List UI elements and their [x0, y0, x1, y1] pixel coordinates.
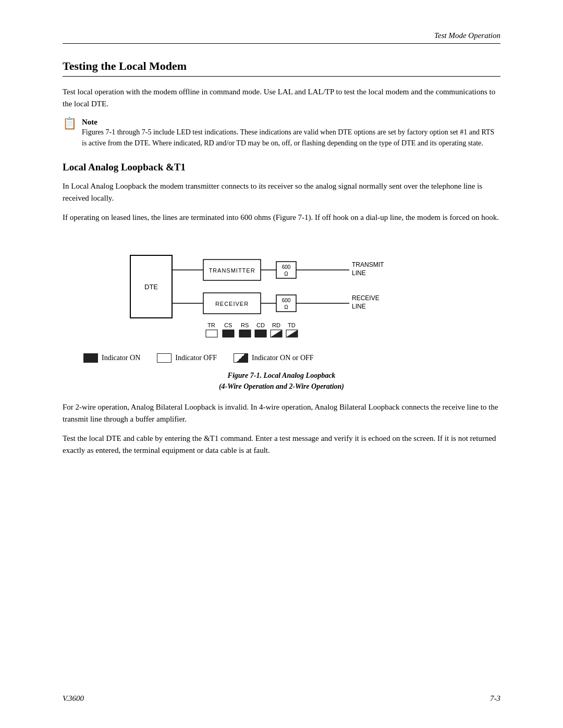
svg-text:RECEIVE: RECEIVE: [352, 294, 380, 302]
svg-text:TD: TD: [288, 322, 296, 328]
svg-rect-32: [255, 330, 266, 337]
note-icon: 📋: [63, 117, 77, 130]
diagram-container: DTE TRANSMITTER RECEIVER 600 Ω 600 Ω: [63, 235, 500, 365]
footer-product: V.3600: [63, 694, 84, 703]
header-title: Test Mode Operation: [434, 31, 500, 40]
page-footer: V.3600 7-3: [0, 694, 563, 703]
svg-rect-30: [223, 330, 234, 337]
after-diagram-para1: For 2-wire operation, Analog Bilateral L…: [63, 401, 500, 426]
svg-text:600: 600: [282, 298, 291, 303]
svg-text:Ω: Ω: [284, 271, 288, 277]
page-header: Test Mode Operation: [63, 31, 500, 44]
svg-text:RECEIVER: RECEIVER: [215, 301, 249, 307]
svg-text:Ω: Ω: [284, 304, 288, 310]
svg-text:CD: CD: [256, 322, 265, 328]
legend-on-or-off-label: Indicator ON or OFF: [252, 354, 314, 362]
svg-text:LINE: LINE: [352, 269, 366, 277]
after-diagram-para2: Test the local DTE and cable by entering…: [63, 433, 500, 457]
legend-off-label: Indicator OFF: [175, 354, 217, 362]
note-text: Figures 7-1 through 7-5 include LED test…: [82, 127, 500, 149]
svg-text:TRANSMIT: TRANSMIT: [352, 261, 384, 268]
subsection-para1: In Local Analog Loopback the modem trans…: [63, 180, 500, 205]
legend-off-icon: [157, 353, 172, 363]
note-content: Note Figures 7-1 through 7-5 include LED…: [82, 118, 500, 149]
subsection-para2: If operating on leased lines, the lines …: [63, 212, 500, 224]
note-label: Note: [82, 118, 500, 127]
legend-row: Indicator ON Indicator OFF Indicator ON …: [83, 353, 314, 363]
svg-rect-29: [206, 330, 217, 337]
intro-paragraph: Test local operation with the modem offl…: [63, 86, 500, 110]
legend-indicator-on-or-off: Indicator ON or OFF: [234, 353, 314, 363]
svg-text:600: 600: [282, 264, 291, 270]
footer-page: 7-3: [490, 694, 500, 703]
svg-text:TR: TR: [207, 322, 215, 328]
legend-indicator-on: Indicator ON: [83, 353, 140, 363]
svg-text:RS: RS: [241, 322, 249, 328]
svg-rect-31: [239, 330, 251, 337]
note-block: 📋 Note Figures 7-1 through 7-5 include L…: [63, 118, 500, 149]
figure-caption: Figure 7-1. Local Analog Loopback (4-Wir…: [63, 370, 500, 392]
legend-on-or-off-icon: [234, 353, 248, 363]
legend-on-icon: [83, 353, 98, 363]
svg-text:RD: RD: [272, 322, 280, 328]
svg-text:CS: CS: [224, 322, 232, 328]
legend-on-label: Indicator ON: [102, 354, 140, 362]
subsection-title: Local Analog Loopback &T1: [63, 162, 500, 173]
section-title: Testing the Local Modem: [63, 59, 500, 77]
svg-text:LINE: LINE: [352, 303, 366, 310]
legend-indicator-off: Indicator OFF: [157, 353, 217, 363]
diagram-svg: DTE TRANSMITTER RECEIVER 600 Ω 600 Ω: [63, 235, 500, 349]
svg-text:DTE: DTE: [144, 283, 158, 291]
svg-text:TRANSMITTER: TRANSMITTER: [209, 267, 255, 274]
